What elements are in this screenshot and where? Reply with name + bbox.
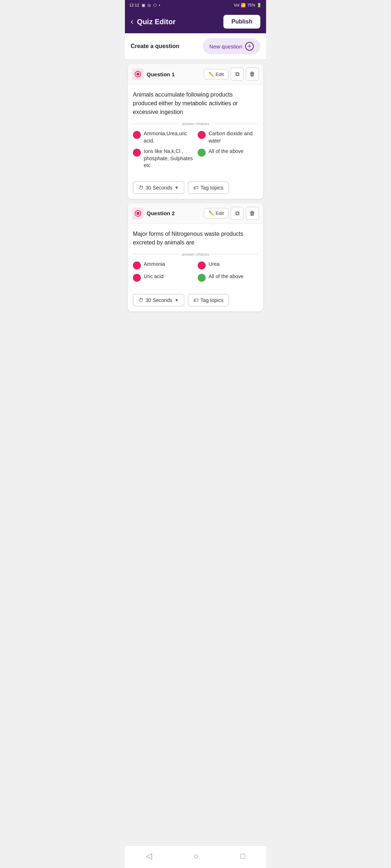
choice-text: All of the above <box>209 148 244 155</box>
choice-text: Ammonia <box>144 261 165 268</box>
chevron-down-icon: ▼ <box>175 185 179 190</box>
question-2-choices-grid: Ammonia Urea Uric acid All of the above <box>133 261 258 282</box>
tag-label: Tag topics <box>201 297 223 303</box>
choice-text: All of the above <box>209 273 244 280</box>
question-2-choices-label: answer choices <box>133 252 258 256</box>
choice-dot-green <box>198 274 206 282</box>
chevron-down-icon: ▼ <box>175 298 179 303</box>
timer-label: 30 Seconds <box>146 297 172 303</box>
question-2-header: Question 2 ✏️ Edit ⧉ 🗑 <box>128 203 263 224</box>
question-1-text: Animals accumulate following products pr… <box>133 90 258 116</box>
content-area: Question 1 ✏️ Edit ⧉ 🗑 Animals accumulat… <box>125 64 266 337</box>
choice-text: Urea <box>209 261 219 268</box>
choice-text: Carbon dioxide and water <box>209 130 258 144</box>
trash-icon: 🗑 <box>249 71 255 77</box>
choice-text: Ions like Na,k,Cl , phosphate, Sulphates… <box>144 148 193 169</box>
question-1-copy-button[interactable]: ⧉ <box>231 68 244 81</box>
radio-dot <box>136 73 139 76</box>
question-2-label: Question 2 <box>147 210 201 216</box>
choice-dot-red <box>133 149 141 157</box>
question-1-body: Animals accumulate following products pr… <box>128 85 263 178</box>
choice-item: Carbon dioxide and water <box>198 130 258 144</box>
page-title: Quiz Editor <box>137 18 176 26</box>
clock-icon: ⏱ <box>138 297 143 303</box>
create-question-bar: Create a question New question + <box>125 33 266 60</box>
timer-label: 30 Seconds <box>146 185 172 191</box>
question-1-label: Question 1 <box>147 71 201 77</box>
new-question-label: New question <box>209 43 242 50</box>
question-2-text: Major forms of Nitrogenous waste product… <box>133 230 258 247</box>
status-icons: Vol 📶 75% 🔋 <box>234 3 262 8</box>
status-time: 12:12 ▣ ◎ ⬡ • <box>129 3 160 8</box>
choice-item: Ammonia <box>133 261 193 269</box>
question-card-1: Question 1 ✏️ Edit ⧉ 🗑 Animals accumulat… <box>128 64 263 199</box>
create-label: Create a question <box>131 43 179 50</box>
choice-item: Ammonia,Urea,uric acid. <box>133 130 193 144</box>
choice-dot-red <box>133 261 141 269</box>
choice-text: Uric acid <box>144 273 163 280</box>
choice-dot-red <box>133 131 141 139</box>
status-bar: 12:12 ▣ ◎ ⬡ • Vol 📶 75% 🔋 <box>125 0 266 10</box>
pencil-icon: ✏️ <box>209 72 214 77</box>
radio-dot <box>136 212 139 215</box>
choice-item: Ions like Na,k,Cl , phosphate, Sulphates… <box>133 148 193 169</box>
choice-item: All of the above <box>198 273 258 282</box>
question-1-header: Question 1 ✏️ Edit ⧉ 🗑 <box>128 64 263 85</box>
choice-item: Urea <box>198 261 258 269</box>
question-2-body: Major forms of Nitrogenous waste product… <box>128 224 263 290</box>
question-1-edit-button[interactable]: ✏️ Edit <box>204 69 228 80</box>
question-2-edit-button[interactable]: ✏️ Edit <box>204 208 228 218</box>
radio-icon <box>135 210 141 217</box>
choice-dot-green <box>198 149 206 157</box>
question-2-delete-button[interactable]: 🗑 <box>246 207 259 220</box>
choice-item: Uric acid <box>133 273 193 282</box>
question-card-2: Question 2 ✏️ Edit ⧉ 🗑 Major forms of Ni… <box>128 203 263 311</box>
choice-dot-red <box>198 131 206 139</box>
app-header: ‹ Quiz Editor Publish <box>125 10 266 33</box>
tag-label: Tag topics <box>201 185 223 191</box>
question-2-type-icon <box>132 208 144 219</box>
question-2-copy-button[interactable]: ⧉ <box>231 207 244 220</box>
question-2-timer-button[interactable]: ⏱ 30 Seconds ▼ <box>133 294 184 306</box>
question-1-actions: ✏️ Edit ⧉ 🗑 <box>204 68 259 81</box>
question-1-delete-button[interactable]: 🗑 <box>246 68 259 81</box>
choice-text: Ammonia,Urea,uric acid. <box>144 130 193 144</box>
question-2-tag-button[interactable]: 🏷 Tag topics <box>188 294 229 306</box>
question-1-choices-label: answer choices <box>133 122 258 126</box>
choice-item: All of the above <box>198 148 258 169</box>
question-2-actions: ✏️ Edit ⧉ 🗑 <box>204 207 259 220</box>
publish-button[interactable]: Publish <box>223 15 260 29</box>
question-1-type-icon <box>132 68 144 80</box>
question-1-tag-button[interactable]: 🏷 Tag topics <box>188 182 229 194</box>
question-1-timer-button[interactable]: ⏱ 30 Seconds ▼ <box>133 182 184 194</box>
copy-icon: ⧉ <box>235 210 239 217</box>
tag-icon: 🏷 <box>193 185 198 191</box>
new-question-button[interactable]: New question + <box>203 38 260 54</box>
choice-dot-red <box>133 274 141 282</box>
radio-icon <box>135 71 141 77</box>
back-button[interactable]: ‹ <box>131 17 133 26</box>
plus-circle-icon: + <box>245 42 254 51</box>
tag-icon: 🏷 <box>193 297 198 303</box>
question-1-footer: ⏱ 30 Seconds ▼ 🏷 Tag topics <box>128 178 263 199</box>
copy-icon: ⧉ <box>235 71 239 77</box>
choice-dot-red <box>198 261 206 269</box>
pencil-icon: ✏️ <box>209 210 214 216</box>
clock-icon: ⏱ <box>138 185 143 191</box>
question-2-footer: ⏱ 30 Seconds ▼ 🏷 Tag topics <box>128 290 263 311</box>
question-1-choices-grid: Ammonia,Urea,uric acid. Carbon dioxide a… <box>133 130 258 169</box>
trash-icon: 🗑 <box>249 210 255 217</box>
